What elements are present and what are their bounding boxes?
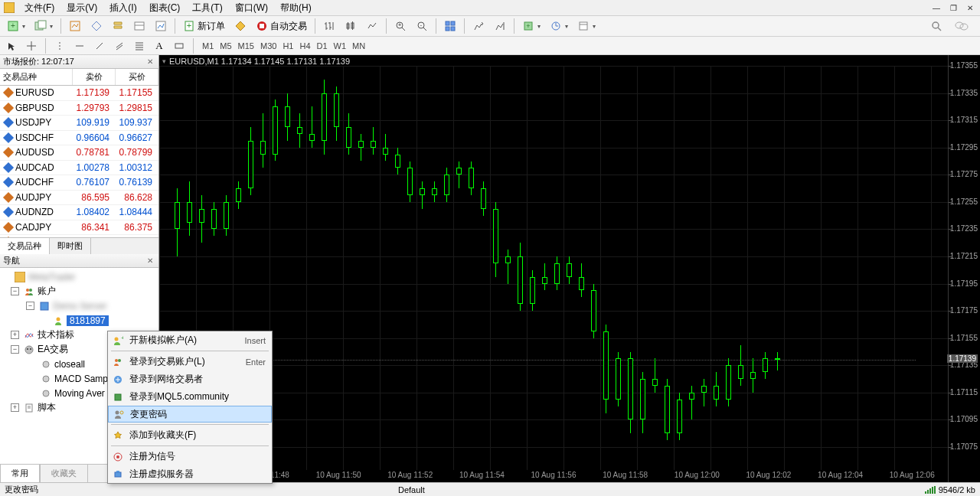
templates-button[interactable]: ▾ [573, 18, 599, 34]
market-row[interactable]: USDCHF0.966040.96627 [0, 131, 158, 146]
ea-item-1[interactable]: MACD Samp [54, 374, 108, 384]
navigator-button[interactable] [108, 18, 128, 34]
chat-button[interactable] [951, 18, 972, 34]
scripts-label[interactable]: 脚本 [38, 401, 56, 414]
new-chart-button[interactable]: +▾ [3, 18, 29, 34]
timeframe-H4[interactable]: H4 [296, 41, 313, 51]
label-button[interactable] [171, 38, 188, 54]
nav-tab-common[interactable]: 常用 [0, 464, 40, 482]
status-profile[interactable]: Default [398, 485, 425, 494]
timeframe-D1[interactable]: D1 [314, 41, 331, 51]
menu-tools[interactable]: 工具(T) [186, 0, 228, 16]
indicators-button[interactable]: +▾ [518, 18, 544, 34]
menu-charts[interactable]: 图表(C) [143, 0, 187, 16]
profiles-button[interactable]: ▾ [31, 18, 57, 34]
data-window-button[interactable] [87, 18, 106, 34]
timeframe-W1[interactable]: W1 [331, 41, 350, 51]
terminal-button[interactable] [129, 18, 149, 34]
line-chart-button[interactable] [362, 18, 382, 34]
col-bid[interactable]: 卖价 [73, 69, 116, 85]
col-symbol[interactable]: 交易品种 [0, 69, 73, 85]
bar-chart-button[interactable] [319, 18, 339, 34]
search-button[interactable] [926, 18, 946, 34]
timeframe-M15[interactable]: M15 [235, 41, 257, 51]
market-row[interactable]: AUDUSD0.787810.78799 [0, 145, 158, 161]
text-button[interactable]: A [151, 38, 168, 54]
svg-point-59 [27, 348, 28, 350]
status-left: 更改密码 [5, 484, 38, 495]
timeframe-M1[interactable]: M1 [199, 41, 217, 51]
auto-scroll-button[interactable] [490, 18, 510, 34]
expand-indicators[interactable]: + [11, 331, 19, 339]
market-row[interactable]: AUDCHF0.761070.76139 [0, 175, 158, 191]
ctx-item-0[interactable]: +开新模拟帐户(A)Insert [108, 331, 272, 349]
candle-chart-button[interactable] [341, 18, 361, 34]
menu-file[interactable]: 文件(F) [18, 0, 60, 16]
ctx-item-3[interactable]: 登录到MQL5.community [108, 388, 272, 406]
chart-dropdown-icon[interactable]: ▾ [162, 57, 166, 65]
timeframe-M30[interactable]: M30 [257, 41, 279, 51]
expand-ea[interactable]: − [11, 345, 19, 354]
timeframe-MN[interactable]: MN [349, 41, 368, 51]
cursor-button[interactable] [3, 38, 20, 54]
ctx-item-5[interactable]: 添加到收藏夹(F) [108, 426, 272, 444]
tab-symbols[interactable]: 交易品种 [0, 238, 50, 254]
zoom-out-button[interactable]: - [412, 18, 432, 34]
autotrading-button[interactable]: 自动交易 [252, 18, 311, 34]
market-row[interactable]: USDJPY109.919109.937 [0, 116, 158, 131]
channel-button[interactable] [111, 38, 128, 54]
shift-chart-button[interactable] [469, 18, 488, 34]
chart-area[interactable]: ▾EURUSD,M1 1.17134 1.17145 1.17131 1.171… [159, 55, 980, 482]
crosshair-button[interactable] [23, 38, 40, 54]
strategy-tester-button[interactable] [151, 18, 171, 34]
people-icon [23, 286, 35, 298]
expand-accounts[interactable]: − [11, 287, 19, 295]
vline-button[interactable] [51, 38, 68, 54]
zoom-in-button[interactable]: + [390, 18, 410, 34]
menu-view[interactable]: 显示(V) [60, 0, 103, 16]
nav-tab-favorites[interactable]: 收藏夹 [40, 464, 88, 482]
candle [628, 55, 634, 482]
close-button[interactable]: ✕ [963, 2, 977, 14]
menu-insert[interactable]: 插入(I) [103, 0, 142, 16]
restore-button[interactable]: ❐ [946, 2, 960, 14]
market-row[interactable]: GBPUSD1.297931.29815 [0, 101, 158, 116]
ctx-item-7[interactable]: 注册虚拟服务器 [108, 465, 272, 483]
ea-item-0[interactable]: closeall [54, 359, 85, 370]
menu-help[interactable]: 帮助(H) [274, 0, 318, 16]
market-row[interactable]: EURUSD1.171391.17155 [0, 86, 158, 101]
expand-scripts[interactable]: + [11, 403, 19, 412]
scroll-down-icon[interactable]: ⌄ [149, 237, 158, 237]
minimize-button[interactable]: — [929, 2, 943, 14]
hline-button[interactable] [71, 38, 88, 54]
expand-server[interactable]: − [26, 302, 34, 310]
market-row[interactable]: CADCHF0.758800.75917⌄ [0, 235, 158, 237]
indicators-label[interactable]: 技术指标 [38, 328, 74, 341]
ctx-item-6[interactable]: 注册为信号 [108, 448, 272, 465]
navigator-close-icon[interactable]: ✕ [145, 256, 155, 266]
trendline-button[interactable] [91, 38, 108, 54]
col-ask[interactable]: 买价 [116, 69, 158, 85]
market-watch-close-icon[interactable]: ✕ [145, 57, 155, 67]
market-watch-button[interactable] [65, 18, 85, 34]
periodicity-button[interactable]: ▾ [546, 18, 572, 34]
metaeditor-button[interactable] [230, 18, 250, 34]
new-order-button[interactable]: +新订单 [179, 18, 229, 34]
ctx-item-2[interactable]: 登录到网络交易者 [108, 370, 272, 388]
tile-windows-button[interactable] [440, 18, 460, 34]
tab-tick-chart[interactable]: 即时图 [50, 238, 91, 254]
selected-account[interactable]: 8181897 [67, 315, 109, 326]
accounts-label[interactable]: 账户 [38, 285, 56, 298]
market-row[interactable]: AUDCAD1.002781.00312 [0, 161, 158, 176]
ctx-item-1[interactable]: 登录到交易账户(L)Enter [108, 353, 272, 370]
market-row[interactable]: CADJPY86.34186.375 [0, 220, 158, 236]
timeframe-M5[interactable]: M5 [217, 41, 234, 51]
ea-label[interactable]: EA交易 [38, 343, 68, 356]
ctx-item-4[interactable]: 变更密码 [108, 406, 272, 423]
market-row[interactable]: AUDNZD1.084021.08444 [0, 205, 158, 220]
fibo-button[interactable] [131, 38, 148, 54]
menu-window[interactable]: 窗口(W) [229, 0, 274, 16]
market-row[interactable]: AUDJPY86.59586.628 [0, 191, 158, 206]
timeframe-H1[interactable]: H1 [279, 41, 296, 51]
ea-item-2[interactable]: Moving Aver [54, 388, 105, 399]
